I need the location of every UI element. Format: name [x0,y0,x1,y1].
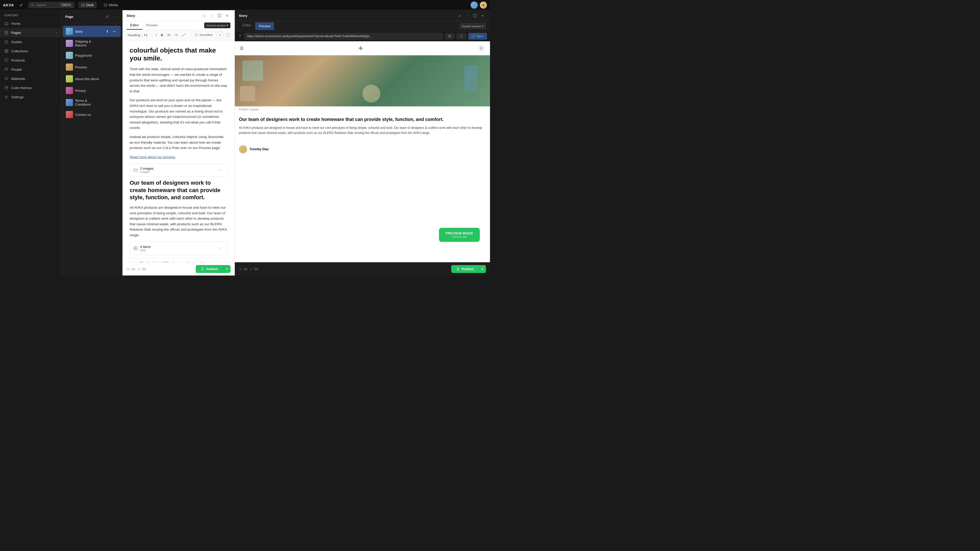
editor-split-btn-left[interactable] [216,12,223,19]
publish-label-right: Publish [462,267,474,271]
sidebar-item-color-themes[interactable]: Color themes › [0,83,61,92]
process-edit-btn[interactable]: ✏ [111,64,118,70]
publish-dropdown-left[interactable]: ▾ [223,265,231,273]
playground-edit-btn[interactable]: ✏ [111,52,118,59]
heading-select[interactable]: Heading... ⬆⬇ [126,32,150,38]
process-pin-btn[interactable]: ⬆ [104,64,110,70]
page-item-process[interactable]: Process ⬆ ✏ [63,62,121,73]
publish-btn-left[interactable]: Publish [196,265,223,273]
edit-icon-btn[interactable] [18,2,24,8]
sidebar-collections-label: Collections [11,49,54,53]
avatar-primary[interactable] [471,2,478,9]
bold-btn[interactable]: B [159,32,165,38]
story-pin-btn[interactable]: ⬆ [104,28,110,35]
clock-icon-left [127,268,130,271]
publish-btn-right[interactable]: Publish [451,265,479,273]
playground-pin-btn[interactable]: ⬆ [104,52,110,59]
shipping-edit-btn[interactable]: ✏ [111,40,118,47]
privacy-pin-btn[interactable]: ⬆ [104,87,110,94]
block-grid[interactable]: 4 items Grid ⋯ [130,241,228,255]
italic-btn[interactable]: I [154,32,158,38]
media-icon [104,3,107,6]
shipping-thumb [66,40,73,47]
privacy-edit-btn[interactable]: ✏ [111,87,118,94]
page-item-playground[interactable]: Playground ⬆ ✏ [63,50,121,61]
block-callout[interactable]: It's about lots of little steps over tim… [130,258,228,262]
sidebar-item-materials[interactable]: Materials › [0,74,61,83]
avatar-secondary[interactable]: A [480,2,487,9]
url-input[interactable] [244,33,443,40]
preview-copy-btn[interactable] [445,33,455,39]
page-item-terms[interactable]: Terms & Conditions ⬆ ✏ [63,97,121,108]
contact-edit-btn[interactable]: ✏ [111,111,118,118]
page-item-privacy[interactable]: Privacy ⬆ ✏ [63,85,121,96]
sidebar-item-products[interactable]: Products › [0,56,61,65]
cart-icon[interactable]: 0 [478,44,485,52]
preview-open-btn[interactable]: Open [468,33,487,40]
about-pin-btn[interactable]: ⬆ [104,76,110,82]
contact-pin-btn[interactable]: ⬆ [104,111,110,118]
editor-tab-preview[interactable]: Preview [142,21,161,30]
panel-more-btn[interactable]: ··· [111,13,118,20]
block-images[interactable]: 2 images Images ⋯ [130,163,228,177]
tab-desk[interactable]: Desk [78,2,97,8]
version-chevron-left: ▾ [227,24,228,27]
link-btn[interactable] [180,32,187,38]
preview-warning-btn-right[interactable]: ⚠ [456,12,463,19]
editor-close-btn-left[interactable]: ✕ [224,12,231,19]
sidebar-item-pages[interactable]: Pages › [0,28,61,37]
panel-edit-btn[interactable] [104,13,110,20]
terms-pin-btn[interactable]: ⬆ [104,99,110,106]
page-item-about[interactable]: About this demo ⬆ ✏ [63,73,121,84]
share-icon [460,35,463,38]
warning-icon-left: ⚠ [203,14,206,17]
tab-media[interactable]: Media [101,2,121,8]
materials-icon [4,76,9,81]
editor-more-btn-left[interactable]: ⋮ [208,12,215,19]
publish-dropdown-right[interactable]: ▾ [479,265,486,273]
bullet-list-btn[interactable] [165,32,172,38]
accordion-btn[interactable]: Accordion [192,32,216,38]
site-avatar [239,145,247,153]
sidebar-item-people[interactable]: People › [0,65,61,74]
site-person-name: Timothy Diaz [250,148,269,151]
panel-header-actions: ··· [104,13,118,20]
preview-content: ☰ [235,41,490,262]
preview-more-btn-right[interactable]: ⋮ [464,12,471,19]
collections-chevron-icon: › [56,50,57,52]
expand-btn[interactable] [225,32,231,38]
add-block-btn[interactable]: + [217,32,224,38]
preview-close-btn-right[interactable]: ✕ [479,12,486,19]
page-item-shipping[interactable]: Shipping & Returns ⬆ ✏ [63,38,121,49]
sidebar-item-settings[interactable]: Settings › [0,92,61,102]
sidebar-item-home[interactable]: Home › [0,19,61,28]
version-select-right[interactable]: Current version ▾ [460,23,486,29]
page-item-story[interactable]: Story ⬆ ✏ [63,26,121,37]
preview-split-btn-right[interactable] [472,12,478,19]
sidebar-item-guides[interactable]: Guides › [0,37,61,46]
preview-tab-editor[interactable]: Editor [239,21,255,31]
topbar-right: A [471,2,487,9]
desk-tab-label: Desk [86,3,94,7]
story-edit-btn[interactable]: ✏ [111,28,118,35]
hamburger-icon[interactable]: ☰ [240,46,243,51]
both-panels: Story ⚠ ⋮ ✕ Editor [123,10,490,275]
block-grid-menu-btn[interactable]: ⋯ [217,246,224,251]
terms-edit-btn[interactable]: ✏ [111,99,118,106]
search-bar[interactable]: Search CMD K [28,2,74,8]
block-images-menu-btn[interactable]: ⋯ [217,168,224,173]
about-edit-btn[interactable]: ✏ [111,76,118,82]
preview-tab-preview[interactable]: Preview [255,22,274,30]
numbered-list-btn[interactable]: 1.2. [173,32,180,38]
page-list: Story ⬆ ✏ Shipping & Returns ⬆ ✏ Playgro… [61,23,122,275]
editor-warning-btn-left[interactable]: ⚠ [201,12,207,19]
shipping-pin-btn[interactable]: ⬆ [104,40,110,47]
page-item-contact[interactable]: Contact us ⬆ ✏ [63,109,121,120]
preview-mode-banner[interactable]: PREVIEW MODE Click to exit [439,228,480,242]
sidebar-item-collections[interactable]: Collections › [0,46,61,56]
preview-share-btn[interactable] [457,33,466,39]
editor-tab-editor[interactable]: Editor [127,21,142,30]
version-select-left[interactable]: Current version ▾ [204,22,231,28]
editor-panel-left: Story ⚠ ⋮ ✕ Editor [123,10,235,275]
editor-link[interactable]: Read more about our process [130,155,175,159]
